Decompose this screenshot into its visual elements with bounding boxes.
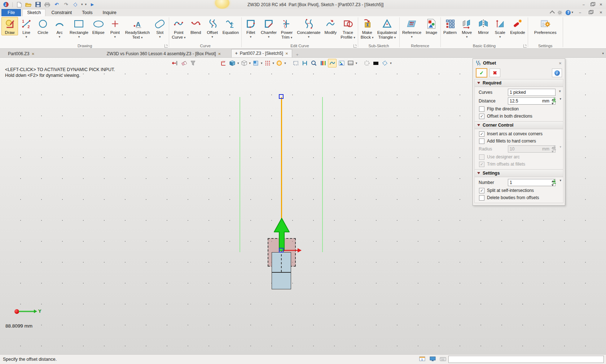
filter-icon[interactable] — [189, 59, 197, 67]
number-input[interactable] — [508, 180, 555, 185]
rectangle-dropdown-icon[interactable]: ▾ — [78, 35, 80, 39]
exit-sketch-icon[interactable] — [171, 59, 179, 67]
cancel-button[interactable]: ✖ — [489, 69, 500, 77]
settings-gear-button[interactable] — [557, 10, 562, 15]
offset-panel-titlebar[interactable]: Offset ✕ — [473, 59, 565, 67]
drag-arrow-up[interactable] — [272, 218, 291, 251]
zoom-icon[interactable] — [275, 59, 283, 67]
new-file-icon[interactable] — [16, 1, 23, 8]
undo-icon[interactable]: ↶ — [53, 1, 60, 8]
pattern-button[interactable]: Pattern — [442, 17, 458, 35]
open-file-icon[interactable] — [25, 1, 32, 8]
menu-tab-sketch[interactable]: Sketch — [22, 9, 45, 16]
minimize-button[interactable]: – — [580, 2, 587, 7]
play-icon[interactable]: ▶ — [89, 1, 96, 8]
slot-dropdown-icon[interactable]: ▾ — [159, 35, 161, 39]
basic-editing-dialog-launcher-icon[interactable] — [523, 44, 527, 48]
doc-minimize-button[interactable]: – — [576, 10, 584, 15]
confirm-button[interactable]: ✓ — [476, 68, 487, 78]
line-dropdown-icon[interactable]: ▾ — [26, 35, 27, 39]
equation-button[interactable]: Σ Equation — [221, 17, 241, 35]
command-input-box[interactable] — [448, 356, 604, 363]
layer-indicator-icon[interactable]: 1 — [418, 356, 426, 362]
offset-button[interactable]: Offset ▾ — [204, 17, 221, 39]
explode-button[interactable]: Explode — [508, 17, 527, 35]
toolbar-options-icon[interactable]: ▾ — [85, 3, 87, 6]
curves-field[interactable] — [508, 89, 556, 96]
point-curve-button[interactable]: Point Curve ▾ — [170, 17, 187, 40]
distance-quick-input-button[interactable] — [552, 97, 557, 103]
image-overlay-icon[interactable] — [338, 59, 346, 67]
display-monitor-icon[interactable] — [429, 356, 436, 362]
edit-curve-dialog-launcher-icon[interactable] — [354, 44, 357, 48]
display-screen-dropdown-icon[interactable]: ▾ — [356, 62, 357, 65]
active-offset-tool-icon[interactable] — [328, 59, 337, 67]
dashed-diamond-dropdown-icon[interactable]: ▾ — [390, 62, 392, 65]
regen-dropdown-icon[interactable]: ▾ — [81, 3, 83, 6]
readysketch-dropdown-icon[interactable]: ▾ — [141, 36, 143, 39]
color-bars-icon[interactable] — [319, 59, 327, 67]
display-screen-icon[interactable] — [347, 59, 355, 67]
scale-dropdown-icon[interactable]: ▾ — [499, 35, 501, 39]
move-dropdown-icon[interactable]: ▾ — [466, 35, 468, 39]
image-button[interactable]: Image — [423, 17, 440, 35]
help-button[interactable]: ? ▾ — [566, 10, 573, 15]
offset-panel-close-icon[interactable]: ✕ — [558, 61, 563, 66]
drawing-dialog-launcher-icon[interactable] — [164, 44, 168, 48]
flip-direction-row[interactable]: Flip the direction — [475, 105, 563, 113]
offset-dropdown-icon[interactable]: ▾ — [211, 35, 213, 39]
line-button[interactable]: 12 Line ▾ — [18, 17, 35, 39]
display-mode-dropdown-icon[interactable]: ▾ — [249, 62, 251, 65]
offset-preview-line-left[interactable] — [240, 97, 240, 252]
frame-select-icon[interactable] — [292, 59, 300, 67]
move-button[interactable]: Move ▾ — [458, 17, 475, 39]
section-settings[interactable]: Settings — [475, 169, 563, 177]
chamfer-button[interactable]: Chamfer ▾ — [259, 17, 278, 39]
add-fillets-row[interactable]: Add fillets to hard corners — [475, 137, 563, 145]
equilateral-triangle-dropdown-icon[interactable]: ▾ — [394, 36, 396, 39]
readysketch-text-button[interactable]: A ReadySketch Text ▾ — [123, 17, 152, 40]
close-tab-icon[interactable]: ✕ — [218, 52, 221, 56]
point-dropdown-icon[interactable]: ▾ — [114, 35, 116, 39]
sketch-canvas[interactable]: XY ▾ ▾ ▾ ▾ ▾ — [0, 58, 606, 354]
regen-icon[interactable] — [72, 1, 79, 8]
reference-button[interactable]: REF Reference ▾ — [400, 17, 423, 39]
menu-tab-constraint[interactable]: Constraint — [47, 9, 76, 16]
offset-preview-line-right[interactable] — [322, 97, 323, 252]
draw-button[interactable]: Draw — [1, 17, 18, 35]
print-icon[interactable] — [44, 1, 51, 8]
drag-arrow-right[interactable] — [283, 247, 302, 253]
dashed-diamond-icon[interactable] — [381, 59, 389, 67]
number-options-dropdown-icon[interactable]: ▾ — [559, 179, 561, 182]
view-orientation-cube-icon[interactable] — [228, 59, 236, 67]
ellipse-button[interactable]: Ellipse — [90, 17, 107, 35]
line-endpoint-handle-origin[interactable] — [279, 248, 284, 253]
zoom-dropdown-icon[interactable]: ▾ — [284, 62, 286, 65]
trace-profile-button[interactable]: Trace Profile ▾ — [339, 17, 357, 40]
slot-button[interactable]: Slot ▾ — [152, 17, 168, 39]
doc-tab-assembly[interactable]: ZW3D vs Fusion 360 Lesson 4 assembly.Z3 … — [103, 50, 225, 57]
power-trim-dropdown-icon[interactable]: ▾ — [291, 36, 293, 39]
inspect-magnifier-icon[interactable] — [310, 59, 318, 67]
display-mode-cube-icon[interactable] — [240, 59, 248, 67]
scale-button[interactable]: Scale ▾ — [492, 17, 508, 39]
save-icon[interactable] — [34, 1, 41, 8]
make-block-dropdown-icon[interactable]: ▾ — [372, 36, 374, 39]
arc-dropdown-icon[interactable]: ▾ — [59, 35, 61, 39]
insert-arcs-row[interactable]: ✓ Insert arcs at convex corners — [475, 130, 563, 137]
blend-button[interactable]: Blend — [188, 17, 204, 35]
both-directions-row[interactable]: ✓ Offset in both directions — [475, 113, 563, 120]
reference-dropdown-icon[interactable]: ▾ — [411, 35, 413, 39]
close-button[interactable]: ✕ — [597, 2, 605, 7]
arc-button[interactable]: Arc ▾ — [51, 17, 68, 39]
delete-bowties-checkbox[interactable] — [479, 195, 484, 201]
menu-tab-tools[interactable]: Tools — [78, 9, 97, 16]
restore-button[interactable] — [589, 2, 596, 7]
circle-button[interactable]: Circle — [35, 17, 51, 35]
section-required[interactable]: Required — [475, 79, 563, 87]
close-tab-icon[interactable]: ✕ — [285, 52, 288, 56]
chamfer-dropdown-icon[interactable]: ▾ — [268, 35, 270, 39]
grid-dropdown-icon[interactable]: ▾ — [273, 62, 275, 65]
collapse-ribbon-button[interactable] — [550, 10, 554, 15]
make-block-button[interactable]: Make Block ▾ — [359, 17, 376, 40]
